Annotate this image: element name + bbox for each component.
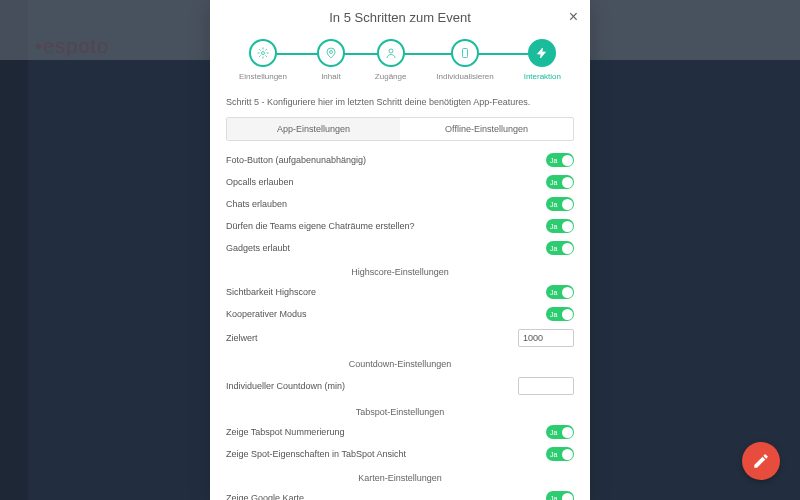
toggle-switch[interactable]: Ja <box>546 197 574 211</box>
modal-title: In 5 Schritten zum Event <box>329 10 471 25</box>
row-label: Opcalls erlauben <box>226 177 294 187</box>
step-content[interactable]: Inhalt <box>317 39 345 81</box>
setting-row: Gadgets erlaubtJa <box>226 237 574 259</box>
setting-row: Zeige Tabspot NummerierungJa <box>226 421 574 443</box>
setting-row: Sichtbarkeit HighscoreJa <box>226 281 574 303</box>
setting-row: Opcalls erlaubenJa <box>226 171 574 193</box>
toggle-switch[interactable]: Ja <box>546 307 574 321</box>
toggle-switch[interactable]: Ja <box>546 153 574 167</box>
settings-tabs: App-Einstellungen Offline-Einstellungen <box>226 117 574 141</box>
fab-edit[interactable] <box>742 442 780 480</box>
user-icon <box>385 47 397 59</box>
section-map: Karten-Einstellungen <box>226 465 574 487</box>
row-label: Gadgets erlaubt <box>226 243 290 253</box>
tab-offline-settings[interactable]: Offline-Einstellungen <box>400 118 573 140</box>
row-label: Dürfen die Teams eigene Chaträume erstel… <box>226 221 414 231</box>
step-label: Interaktion <box>524 72 561 81</box>
countdown-input[interactable] <box>518 377 574 395</box>
toggle-switch[interactable]: Ja <box>546 219 574 233</box>
setting-row: Zeige Google KarteJa <box>226 487 574 500</box>
section-countdown: Countdown-Einstellungen <box>226 351 574 373</box>
toggle-switch[interactable]: Ja <box>546 285 574 299</box>
svg-point-0 <box>261 52 264 55</box>
row-label: Zeige Spot-Eigenschaften in TabSpot Ansi… <box>226 449 406 459</box>
device-icon <box>459 47 471 59</box>
row-label: Zeige Tabspot Nummerierung <box>226 427 344 437</box>
row-countdown: Individueller Countdown (min) <box>226 373 574 399</box>
row-label: Kooperativer Modus <box>226 309 307 319</box>
step-label: Inhalt <box>321 72 341 81</box>
row-label: Chats erlauben <box>226 199 287 209</box>
setting-row: Kooperativer ModusJa <box>226 303 574 325</box>
row-label: Zielwert <box>226 333 258 343</box>
row-label: Sichtbarkeit Highscore <box>226 287 316 297</box>
event-wizard-modal: In 5 Schritten zum Event × Einstellungen… <box>210 0 590 500</box>
section-tabspot: Tabspot-Einstellungen <box>226 399 574 421</box>
toggle-switch[interactable]: Ja <box>546 241 574 255</box>
step-description: Schritt 5 - Konfiguriere hier im letzten… <box>210 91 590 113</box>
step-customize[interactable]: Individualisieren <box>436 39 493 81</box>
toggle-switch[interactable]: Ja <box>546 175 574 189</box>
step-label: Einstellungen <box>239 72 287 81</box>
step-settings[interactable]: Einstellungen <box>239 39 287 81</box>
svg-point-2 <box>389 49 393 53</box>
setting-row: Zeige Spot-Eigenschaften in TabSpot Ansi… <box>226 443 574 465</box>
row-label: Individueller Countdown (min) <box>226 381 345 391</box>
row-target-value: Zielwert <box>226 325 574 351</box>
settings-body: Foto-Button (aufgabenunabhängig)JaOpcall… <box>210 149 590 500</box>
modal-header: In 5 Schritten zum Event × <box>210 0 590 35</box>
step-label: Individualisieren <box>436 72 493 81</box>
step-label: Zugänge <box>375 72 407 81</box>
tab-app-settings[interactable]: App-Einstellungen <box>227 118 400 140</box>
toggle-switch[interactable]: Ja <box>546 425 574 439</box>
row-label: Foto-Button (aufgabenunabhängig) <box>226 155 366 165</box>
svg-rect-3 <box>463 49 468 58</box>
location-icon <box>325 47 337 59</box>
svg-point-1 <box>329 51 332 54</box>
step-interaction[interactable]: Interaktion <box>524 39 561 81</box>
setting-row: Foto-Button (aufgabenunabhängig)Ja <box>226 149 574 171</box>
gear-icon <box>257 47 269 59</box>
toggle-switch[interactable]: Ja <box>546 491 574 500</box>
setting-row: Dürfen die Teams eigene Chaträume erstel… <box>226 215 574 237</box>
row-label: Zeige Google Karte <box>226 493 304 500</box>
setting-row: Chats erlaubenJa <box>226 193 574 215</box>
bolt-icon <box>536 47 548 59</box>
step-access[interactable]: Zugänge <box>375 39 407 81</box>
section-highscore: Highscore-Einstellungen <box>226 259 574 281</box>
pencil-icon <box>752 452 770 470</box>
toggle-switch[interactable]: Ja <box>546 447 574 461</box>
close-button[interactable]: × <box>569 8 578 26</box>
target-input[interactable] <box>518 329 574 347</box>
wizard-stepper: Einstellungen Inhalt Zugänge Individuali… <box>210 35 590 91</box>
